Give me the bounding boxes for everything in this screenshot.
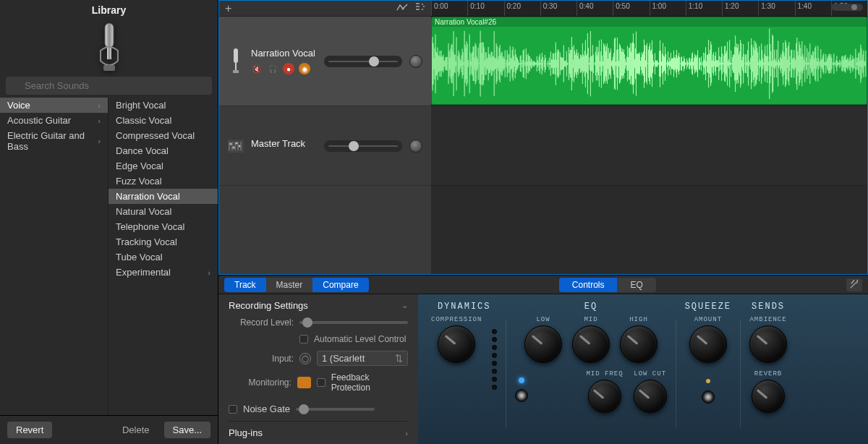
save-button[interactable]: Save...: [164, 422, 210, 438]
auto-level-checkbox[interactable]: [299, 335, 308, 343]
record-enable-icon[interactable]: ●: [283, 63, 294, 74]
preset-item[interactable]: Tube Vocal: [109, 249, 218, 265]
rack-section-sends: SENDSAMBIENCEREVERB: [749, 302, 787, 434]
select-arrows-icon: ⇅: [395, 353, 403, 364]
input-mono-icon[interactable]: ◯: [299, 353, 311, 364]
knob-high[interactable]: [620, 325, 658, 363]
preset-item[interactable]: Experimental›: [109, 265, 218, 280]
settings-icon[interactable]: [846, 278, 862, 291]
category-item[interactable]: Electric Guitar and Bass›: [0, 128, 108, 154]
track-lane-1[interactable]: Narration Vocal#26: [431, 17, 867, 106]
time-ruler[interactable]: 0:000:100:200:300:400:501:001:101:201:30…: [431, 1, 867, 17]
knob-compression[interactable]: [438, 325, 475, 363]
preset-item[interactable]: Natural Vocal: [109, 204, 218, 219]
mute-icon[interactable]: 🔇: [251, 63, 263, 74]
preset-item[interactable]: Bright Vocal: [109, 98, 218, 113]
noise-gate-slider[interactable]: [296, 408, 374, 411]
ruler-tick: 1:30: [758, 1, 794, 16]
feedback-label: Feedback Protection: [331, 372, 408, 393]
audio-region[interactable]: Narration Vocal#26: [431, 17, 867, 105]
auto-level-label: Automatic Level Control: [314, 334, 406, 344]
knob-low[interactable]: [524, 325, 562, 363]
track-lane-2[interactable]: [431, 106, 867, 186]
preset-artwork: [0, 19, 218, 77]
track-header[interactable]: Master Track: [219, 106, 431, 186]
svg-point-20: [236, 142, 238, 144]
tab-track[interactable]: Track: [224, 278, 266, 292]
preset-item[interactable]: Telephone Vocal: [109, 219, 218, 234]
feedback-checkbox[interactable]: [317, 378, 326, 387]
delete-button[interactable]: Delete: [114, 422, 158, 438]
revert-button[interactable]: Revert: [7, 422, 52, 438]
tab-compare[interactable]: Compare: [312, 278, 368, 292]
noise-gate-checkbox[interactable]: [229, 405, 237, 414]
track-header[interactable]: Narration Vocal 🔇 🎧 ● ◉: [219, 17, 431, 106]
preset-item[interactable]: Edge Vocal: [109, 158, 218, 174]
preset-item[interactable]: Dance Vocal: [109, 143, 218, 158]
search-input[interactable]: [6, 77, 212, 95]
tab-master[interactable]: Master: [266, 278, 313, 292]
jack-port[interactable]: [702, 390, 715, 404]
knob-mid-freq[interactable]: [588, 380, 621, 413]
automation-icon[interactable]: [396, 3, 408, 14]
svg-rect-0: [105, 23, 114, 48]
svg-rect-1: [107, 48, 111, 59]
rack-section-dynamics: DYNAMICSCOMPRESSION: [431, 302, 497, 434]
ruler-tick: 0:30: [540, 1, 576, 16]
ruler-tick: 0:00: [431, 1, 467, 16]
library-title: Library: [0, 0, 218, 19]
timeline[interactable]: 0:000:100:200:300:400:501:001:101:201:30…: [431, 0, 868, 275]
category-item[interactable]: Acoustic Guitar›: [0, 113, 108, 128]
recording-settings-header[interactable]: Recording Settings ⌄: [229, 300, 408, 311]
volume-slider[interactable]: [324, 56, 402, 67]
svg-point-8: [422, 9, 423, 10]
ruler-tick: 0:20: [504, 1, 540, 16]
svg-point-7: [423, 6, 425, 7]
chevron-right-icon: ›: [405, 429, 408, 437]
svg-point-18: [230, 142, 232, 145]
empty-arrangement[interactable]: [431, 186, 867, 274]
svg-rect-2: [103, 65, 115, 71]
knob-amount[interactable]: [689, 325, 727, 363]
preset-item[interactable]: Compressed Vocal: [109, 128, 218, 143]
monitoring-toggle[interactable]: [297, 377, 311, 388]
library-panel: Library Voice›Acoustic Guitar›Electric G…: [0, 0, 218, 444]
record-level-label: Record Level:: [229, 317, 294, 328]
ruler-tick: 0:50: [613, 1, 649, 16]
preset-item[interactable]: Fuzz Vocal: [109, 174, 218, 189]
tab-controls[interactable]: Controls: [559, 278, 618, 292]
input-monitor-icon[interactable]: ◉: [299, 63, 310, 74]
svg-rect-9: [234, 48, 238, 63]
track-icon: [228, 45, 244, 78]
tab-eq[interactable]: EQ: [617, 278, 655, 292]
plugins-header[interactable]: Plug-ins ›: [229, 421, 408, 438]
headphone-icon[interactable]: 🎧: [267, 63, 278, 74]
knob-reverb[interactable]: [752, 380, 785, 413]
rack-section-squeeze: SQUEEZEAMOUNT: [685, 302, 731, 434]
add-track-button[interactable]: +: [225, 2, 231, 15]
svg-rect-11: [233, 70, 239, 73]
input-label: Input:: [229, 354, 294, 364]
jack-port[interactable]: [515, 389, 528, 402]
preset-item[interactable]: Tracking Vocal: [109, 234, 218, 249]
knob-mid[interactable]: [572, 325, 610, 363]
ruler-tick: 0:10: [467, 1, 503, 16]
pan-knob[interactable]: [409, 55, 422, 68]
preset-item[interactable]: Classic Vocal: [109, 113, 218, 128]
preset-item[interactable]: Narration Vocal: [109, 189, 218, 204]
record-level-slider[interactable]: [299, 321, 408, 324]
knob-low-cut[interactable]: [634, 380, 667, 413]
track-header-panel: + Narration Vocal 🔇 🎧 ● ◉ Master Track: [218, 0, 431, 275]
input-select[interactable]: 1 (Scarlett ⇅: [317, 351, 408, 366]
knob-ambience[interactable]: [749, 325, 787, 363]
track-filter-icon[interactable]: [415, 3, 425, 14]
pan-knob[interactable]: [409, 140, 422, 153]
meter-leds: [492, 329, 497, 390]
volume-slider[interactable]: [324, 140, 402, 152]
waveform: [432, 27, 867, 100]
horizontal-zoom-scrollbar[interactable]: [831, 4, 863, 11]
ruler-tick: 1:40: [795, 1, 831, 16]
power-lamp: [706, 379, 710, 383]
category-item[interactable]: Voice›: [0, 98, 108, 113]
noise-gate-label: Noise Gate: [243, 404, 290, 414]
